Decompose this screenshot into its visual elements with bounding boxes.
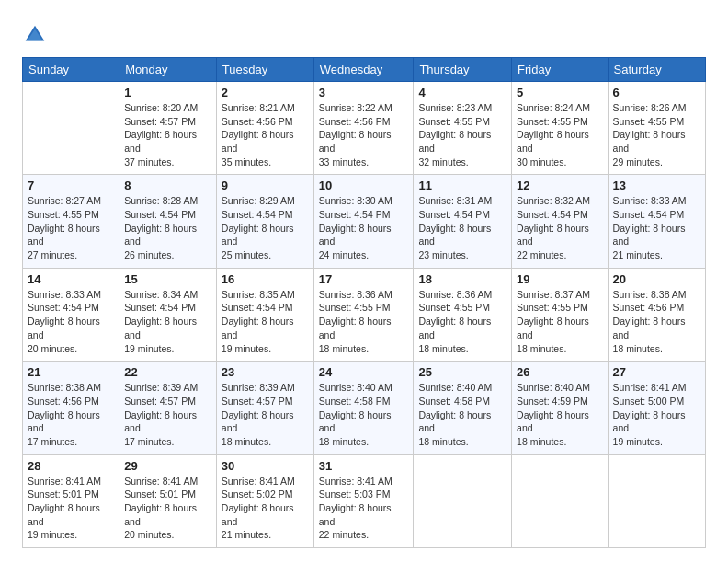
day-info: Sunrise: 8:21 AMSunset: 4:56 PMDaylight:… xyxy=(222,101,309,168)
day-info: Sunrise: 8:40 AMSunset: 4:59 PMDaylight:… xyxy=(517,381,603,448)
day-number: 27 xyxy=(613,365,700,379)
calendar-cell: 25Sunrise: 8:40 AMSunset: 4:58 PMDayligh… xyxy=(414,362,512,454)
day-info: Sunrise: 8:20 AMSunset: 4:57 PMDaylight:… xyxy=(124,101,211,168)
calendar-cell: 14Sunrise: 8:33 AMSunset: 4:54 PMDayligh… xyxy=(23,268,119,361)
weekday-header: Saturday xyxy=(608,58,705,82)
calendar-cell: 4Sunrise: 8:23 AMSunset: 4:55 PMDaylight… xyxy=(414,82,512,175)
calendar-cell: 20Sunrise: 8:38 AMSunset: 4:56 PMDayligh… xyxy=(608,268,705,361)
day-number: 2 xyxy=(222,86,309,99)
day-number: 21 xyxy=(28,365,114,379)
day-number: 10 xyxy=(319,178,409,192)
calendar-cell: 30Sunrise: 8:41 AMSunset: 5:02 PMDayligh… xyxy=(216,454,313,547)
day-info: Sunrise: 8:39 AMSunset: 4:57 PMDaylight:… xyxy=(222,381,309,448)
day-info: Sunrise: 8:41 AMSunset: 5:01 PMDaylight:… xyxy=(124,475,211,542)
day-info: Sunrise: 8:38 AMSunset: 4:56 PMDaylight:… xyxy=(613,288,700,355)
calendar-cell xyxy=(23,82,119,175)
day-info: Sunrise: 8:33 AMSunset: 4:54 PMDaylight:… xyxy=(28,288,114,355)
day-info: Sunrise: 8:27 AMSunset: 4:55 PMDaylight:… xyxy=(28,194,114,261)
calendar-cell: 18Sunrise: 8:36 AMSunset: 4:55 PMDayligh… xyxy=(414,268,512,361)
day-info: Sunrise: 8:41 AMSunset: 5:01 PMDaylight:… xyxy=(28,475,114,542)
calendar-cell: 24Sunrise: 8:40 AMSunset: 4:58 PMDayligh… xyxy=(313,362,414,454)
calendar-cell: 15Sunrise: 8:34 AMSunset: 4:54 PMDayligh… xyxy=(119,268,217,361)
calendar-cell: 12Sunrise: 8:32 AMSunset: 4:54 PMDayligh… xyxy=(512,175,609,268)
calendar-cell: 9Sunrise: 8:29 AMSunset: 4:54 PMDaylight… xyxy=(216,175,313,268)
day-number: 16 xyxy=(222,272,309,286)
logo xyxy=(22,22,50,48)
calendar-cell: 29Sunrise: 8:41 AMSunset: 5:01 PMDayligh… xyxy=(119,454,217,547)
calendar-cell: 7Sunrise: 8:27 AMSunset: 4:55 PMDaylight… xyxy=(23,175,119,268)
weekday-header: Sunday xyxy=(23,58,119,82)
week-row: 7Sunrise: 8:27 AMSunset: 4:55 PMDaylight… xyxy=(23,175,706,268)
weekday-header: Wednesday xyxy=(313,58,414,82)
day-info: Sunrise: 8:28 AMSunset: 4:54 PMDaylight:… xyxy=(124,194,211,261)
day-info: Sunrise: 8:36 AMSunset: 4:55 PMDaylight:… xyxy=(418,288,506,355)
day-info: Sunrise: 8:24 AMSunset: 4:55 PMDaylight:… xyxy=(517,101,603,168)
calendar-table: SundayMondayTuesdayWednesdayThursdayFrid… xyxy=(22,57,706,548)
day-info: Sunrise: 8:22 AMSunset: 4:56 PMDaylight:… xyxy=(319,101,409,168)
day-number: 3 xyxy=(319,86,409,99)
day-number: 9 xyxy=(222,178,309,192)
calendar-cell: 27Sunrise: 8:41 AMSunset: 5:00 PMDayligh… xyxy=(608,362,705,454)
weekday-header: Monday xyxy=(119,58,217,82)
calendar-cell: 3Sunrise: 8:22 AMSunset: 4:56 PMDaylight… xyxy=(313,82,414,175)
week-row: 1Sunrise: 8:20 AMSunset: 4:57 PMDaylight… xyxy=(23,82,706,175)
day-info: Sunrise: 8:41 AMSunset: 5:02 PMDaylight:… xyxy=(222,475,309,542)
day-number: 8 xyxy=(124,178,211,192)
day-number: 13 xyxy=(613,178,700,192)
day-info: Sunrise: 8:26 AMSunset: 4:55 PMDaylight:… xyxy=(613,101,700,168)
calendar-cell: 13Sunrise: 8:33 AMSunset: 4:54 PMDayligh… xyxy=(608,175,705,268)
calendar-cell: 6Sunrise: 8:26 AMSunset: 4:55 PMDaylight… xyxy=(608,82,705,175)
day-number: 23 xyxy=(222,365,309,379)
day-info: Sunrise: 8:31 AMSunset: 4:54 PMDaylight:… xyxy=(418,194,506,261)
calendar-cell: 21Sunrise: 8:38 AMSunset: 4:56 PMDayligh… xyxy=(23,362,119,454)
day-number: 31 xyxy=(319,459,409,473)
day-info: Sunrise: 8:40 AMSunset: 4:58 PMDaylight:… xyxy=(319,381,409,448)
day-info: Sunrise: 8:32 AMSunset: 4:54 PMDaylight:… xyxy=(517,194,603,261)
calendar-cell: 10Sunrise: 8:30 AMSunset: 4:54 PMDayligh… xyxy=(313,175,414,268)
day-number: 15 xyxy=(124,272,211,286)
calendar-cell: 26Sunrise: 8:40 AMSunset: 4:59 PMDayligh… xyxy=(512,362,609,454)
calendar-cell: 28Sunrise: 8:41 AMSunset: 5:01 PMDayligh… xyxy=(23,454,119,547)
day-number: 5 xyxy=(517,86,603,99)
day-info: Sunrise: 8:40 AMSunset: 4:58 PMDaylight:… xyxy=(418,381,506,448)
calendar-cell xyxy=(608,454,705,547)
day-info: Sunrise: 8:41 AMSunset: 5:00 PMDaylight:… xyxy=(613,381,700,448)
calendar-cell: 2Sunrise: 8:21 AMSunset: 4:56 PMDaylight… xyxy=(216,82,313,175)
day-number: 22 xyxy=(124,365,211,379)
calendar-cell: 22Sunrise: 8:39 AMSunset: 4:57 PMDayligh… xyxy=(119,362,217,454)
day-info: Sunrise: 8:35 AMSunset: 4:54 PMDaylight:… xyxy=(222,288,309,355)
day-number: 29 xyxy=(124,459,211,473)
calendar-cell: 31Sunrise: 8:41 AMSunset: 5:03 PMDayligh… xyxy=(313,454,414,547)
calendar-cell: 1Sunrise: 8:20 AMSunset: 4:57 PMDaylight… xyxy=(119,82,217,175)
week-row: 21Sunrise: 8:38 AMSunset: 4:56 PMDayligh… xyxy=(23,362,706,454)
day-info: Sunrise: 8:23 AMSunset: 4:55 PMDaylight:… xyxy=(418,101,506,168)
day-number: 19 xyxy=(517,272,603,286)
day-info: Sunrise: 8:41 AMSunset: 5:03 PMDaylight:… xyxy=(319,475,409,542)
day-info: Sunrise: 8:33 AMSunset: 4:54 PMDaylight:… xyxy=(613,194,700,261)
day-number: 14 xyxy=(28,272,114,286)
day-number: 4 xyxy=(418,86,506,99)
day-number: 12 xyxy=(517,178,603,192)
day-number: 24 xyxy=(319,365,409,379)
day-number: 28 xyxy=(28,459,114,473)
day-number: 6 xyxy=(613,86,700,99)
header xyxy=(22,18,706,48)
day-info: Sunrise: 8:30 AMSunset: 4:54 PMDaylight:… xyxy=(319,194,409,261)
day-number: 17 xyxy=(319,272,409,286)
day-number: 26 xyxy=(517,365,603,379)
day-info: Sunrise: 8:38 AMSunset: 4:56 PMDaylight:… xyxy=(28,381,114,448)
logo-icon xyxy=(22,22,48,48)
calendar-cell: 17Sunrise: 8:36 AMSunset: 4:55 PMDayligh… xyxy=(313,268,414,361)
weekday-header: Friday xyxy=(512,58,609,82)
calendar-cell: 19Sunrise: 8:37 AMSunset: 4:55 PMDayligh… xyxy=(512,268,609,361)
day-number: 20 xyxy=(613,272,700,286)
day-number: 11 xyxy=(418,178,506,192)
day-number: 30 xyxy=(222,459,309,473)
day-info: Sunrise: 8:34 AMSunset: 4:54 PMDaylight:… xyxy=(124,288,211,355)
day-info: Sunrise: 8:36 AMSunset: 4:55 PMDaylight:… xyxy=(319,288,409,355)
weekday-header: Tuesday xyxy=(216,58,313,82)
weekday-header: Thursday xyxy=(414,58,512,82)
week-row: 28Sunrise: 8:41 AMSunset: 5:01 PMDayligh… xyxy=(23,454,706,547)
calendar-cell xyxy=(414,454,512,547)
calendar-cell: 23Sunrise: 8:39 AMSunset: 4:57 PMDayligh… xyxy=(216,362,313,454)
